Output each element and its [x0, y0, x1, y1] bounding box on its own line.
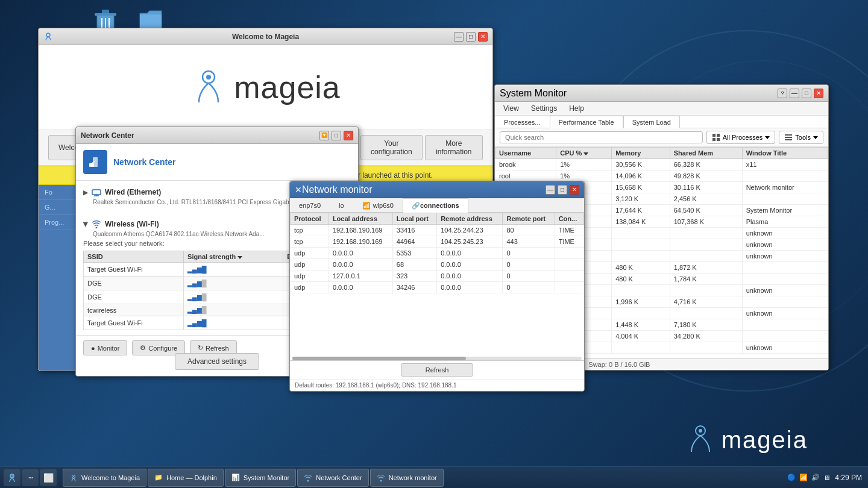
taskbar-network-monitor[interactable]: Network monitor [370, 469, 444, 487]
nc-icon [83, 150, 107, 174]
sm-help-btn[interactable]: ? [778, 89, 787, 98]
system-monitor-icon: 📊 [231, 474, 240, 481]
svg-point-28 [73, 476, 74, 477]
sm-tab-performance-table[interactable]: Performance Table [550, 116, 623, 128]
mageia-welcome-maximize-btn[interactable]: □ [466, 32, 476, 42]
sm-cell-title: unknown [742, 342, 828, 354]
network-center-controls: 🔽 □ ✕ [319, 131, 353, 140]
taskbar-clock[interactable]: 4:29 PM [835, 474, 862, 482]
taskbar-apps-area: Welcome to Mageia 📁 Home — Dolphin 📊 Sys… [60, 469, 781, 487]
sm-cell-title [742, 193, 828, 205]
nm-minimize-btn[interactable]: — [546, 185, 555, 195]
display-icon[interactable]: 🖥 [823, 474, 830, 481]
nm-tab-wlp6s0[interactable]: 📶wlp6s0 [353, 198, 403, 213]
grid-icon [712, 133, 720, 142]
nc-advanced-settings-btn[interactable]: Advanced settings [175, 353, 259, 370]
mageia-logo-text: mageia [234, 69, 341, 105]
sm-tab-system-load[interactable]: System Load [623, 116, 680, 128]
sm-cell-cpu: 1% [556, 159, 612, 170]
nm-col-protocol: Protocol [291, 213, 329, 225]
sm-table-row[interactable]: root 1% 14,096 K 49,828 K [495, 170, 828, 182]
sm-close-btn[interactable]: ✕ [814, 89, 823, 98]
nm-col-remote-addr: Remote address [437, 213, 503, 225]
wifi-tab-icon: 📶 [362, 202, 371, 209]
sm-menu-settings[interactable]: Settings [525, 102, 563, 115]
sm-cell-shared: 34,280 K [670, 331, 742, 342]
nm-cell-state [555, 259, 583, 271]
sm-col-memory[interactable]: Memory [612, 148, 670, 159]
sm-cell-title: unknown [742, 239, 828, 251]
sm-cell-title: unknown [742, 285, 828, 296]
nm-table-row[interactable]: udp 0.0.0.0 68 0.0.0.0 0 [291, 259, 584, 271]
sm-menu-help[interactable]: Help [563, 102, 590, 115]
nm-col-local-addr: Local address [329, 213, 392, 225]
sm-minimize-btn[interactable]: — [790, 89, 799, 98]
mageia-welcome-minimize-btn[interactable]: — [454, 32, 464, 42]
nm-table-row[interactable]: udp 0.0.0.0 34246 0.0.0.0 0 [291, 282, 584, 293]
nm-tab-lo[interactable]: lo [330, 198, 353, 213]
sm-search-input[interactable] [500, 131, 703, 143]
sm-col-cpu[interactable]: CPU % [556, 148, 612, 159]
sm-cell-title [742, 274, 828, 285]
network-monitor-window: ✕ Network monitor — □ ✕ enp7s0 lo 📶wlp6s… [289, 181, 585, 392]
taskbar-app-launcher-btn[interactable] [4, 469, 20, 486]
sm-col-shared[interactable]: Shared Mem [670, 148, 742, 159]
sm-cell-title: unknown [742, 228, 828, 239]
nm-tab-enp7s0[interactable]: enp7s0 [290, 198, 330, 213]
network-center-close[interactable]: ✕ [344, 131, 353, 140]
volume-icon[interactable]: 🔊 [811, 474, 820, 481]
nm-close-btn[interactable]: ✕ [570, 185, 579, 195]
nm-table-row[interactable]: tcp 192.168.190.169 33416 104.25.244.23 … [291, 225, 584, 236]
wifi-signal-2: ▂▄▆█ [184, 277, 283, 290]
nc-header: Network Center [76, 144, 358, 181]
sm-all-processes-filter[interactable]: All Processes [706, 131, 776, 144]
mageia-welcome-close-btn[interactable]: ✕ [478, 32, 488, 42]
nm-cell-state [555, 271, 583, 282]
nm-refresh-btn[interactable]: Refresh [401, 363, 474, 377]
sm-menu-view[interactable]: View [497, 102, 525, 115]
nm-table-container: Protocol Local address Local port Remote… [290, 213, 584, 357]
sm-cell-title [742, 170, 828, 182]
wifi-col-ssid: SSID [84, 251, 184, 263]
nm-tab-connections[interactable]: 🔗connections [403, 198, 468, 213]
sm-tab-processes[interactable]: Processes... [495, 116, 550, 128]
nm-cell-local-port: 33416 [392, 225, 436, 236]
wired-expand-arrow: ▶ [83, 189, 88, 196]
nm-maximize-btn[interactable]: □ [558, 185, 567, 195]
taskbar-welcome-mageia[interactable]: Welcome to Mageia [63, 469, 146, 487]
wifi-signal-5: ▂▄▆█ [184, 316, 283, 330]
network-center-minimize[interactable]: 🔽 [319, 131, 329, 140]
nc-monitor-btn[interactable]: ● Monitor [83, 340, 127, 355]
sm-cell-title [742, 319, 828, 331]
nm-cell-remote-port: 80 [503, 225, 555, 236]
taskbar-dots-btn[interactable]: ··· [22, 469, 39, 486]
mageia-text: mageia [722, 427, 808, 454]
sm-cell-title [742, 331, 828, 342]
network-tray-icon[interactable]: 📶 [799, 474, 808, 481]
sm-table-row[interactable]: brook 1% 30,556 K 66,328 K x11 [495, 159, 828, 170]
nm-scrollbar[interactable] [292, 357, 582, 360]
sm-cell-memory: 480 K [612, 274, 670, 285]
sm-maximize-btn[interactable]: □ [802, 89, 811, 98]
mageia-header: mageia [39, 45, 492, 130]
taskbar-home-dolphin[interactable]: 📁 Home — Dolphin [148, 469, 224, 487]
nm-table-row[interactable]: udp 0.0.0.0 5353 0.0.0.0 0 [291, 248, 584, 259]
nav-btn-more[interactable]: More information [425, 135, 483, 160]
bluetooth-icon[interactable]: 🔵 [787, 474, 796, 481]
sm-cell-shared: 64,540 K [670, 205, 742, 216]
sm-tools-btn[interactable]: Tools [779, 131, 823, 144]
wifi-ssid-4: tcwireless [84, 304, 184, 316]
taskbar-square-btn[interactable]: ⬜ [40, 469, 57, 486]
taskbar-network-center[interactable]: Network Center [297, 469, 368, 487]
nav-btn-config[interactable]: Yourconfiguration [360, 135, 423, 160]
sm-cell-memory: 14,096 K [612, 170, 670, 182]
nm-scrollbar-thumb[interactable] [292, 357, 466, 360]
network-center-maximize[interactable]: □ [332, 131, 341, 140]
taskbar-system-monitor[interactable]: 📊 System Monitor [225, 469, 296, 487]
sm-cell-memory: 3,120 K [612, 193, 670, 205]
sm-col-window-title[interactable]: Window Title [742, 148, 828, 159]
nm-table-row[interactable]: tcp 192.168.190.169 44964 104.25.245.23 … [291, 236, 584, 248]
sm-col-username[interactable]: Username [495, 148, 556, 159]
nm-cell-protocol: udp [291, 248, 329, 259]
nm-table-row[interactable]: udp 127.0.0.1 323 0.0.0.0 0 [291, 271, 584, 282]
